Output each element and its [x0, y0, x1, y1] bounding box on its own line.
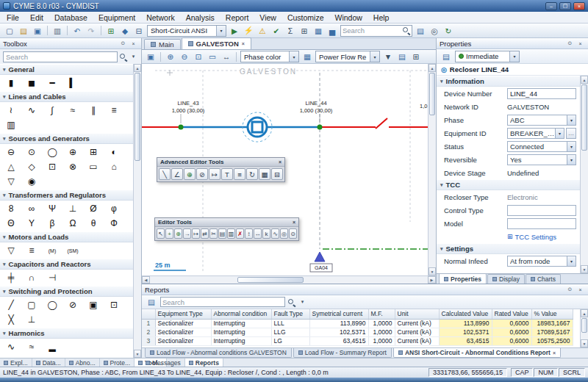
field-select[interactable]: At from node▾	[507, 256, 576, 267]
report-scrollbar[interactable]: ▲ ▼	[580, 309, 588, 347]
menu-customize[interactable]: Customize	[282, 13, 329, 22]
photovoltaic-icon[interactable]: ⊞	[85, 145, 101, 159]
scroll-up-icon[interactable]: ▲	[429, 64, 436, 72]
scroll-down-icon[interactable]: ▼	[581, 265, 588, 273]
copy-icon[interactable]: ▤	[218, 228, 226, 239]
shed-icon[interactable]: ⌂	[106, 160, 122, 173]
network-equivalent-icon[interactable]: ▭	[85, 160, 101, 173]
series-reactor-icon[interactable]: ∩	[24, 271, 40, 284]
tab-abno[interactable]: Abno...	[65, 358, 100, 367]
column-header-unit[interactable]: Unit	[395, 309, 439, 319]
delete-icon[interactable]: ✗	[236, 228, 244, 239]
network-explorer-icon[interactable]: ⊞	[104, 25, 118, 37]
ltc-transformer-icon[interactable]: Ω	[65, 217, 81, 230]
node-marker[interactable]	[315, 252, 325, 262]
scroll-up-icon[interactable]: ▲	[134, 64, 141, 72]
tab-ansi-short-circuit-abnormal-conditions-report[interactable]: ANSI Short-Circuit - Abnormal Conditions…	[393, 348, 561, 358]
scroll-up-icon[interactable]: ▲	[581, 76, 588, 84]
toolbox-section-transformers-and-regulators[interactable]: ▾Transformers and Regulators	[0, 190, 133, 201]
layers-icon[interactable]: ▤	[414, 25, 427, 37]
toolbox-section-general[interactable]: ▾General	[0, 64, 133, 75]
induction-motor-icon[interactable]: (M)	[44, 244, 60, 257]
scroll-down-icon[interactable]: ▼	[581, 339, 588, 347]
close-icon[interactable]: ×	[287, 220, 295, 225]
tab-load-flow-abnormal-conditions-galveston[interactable]: Load Flow - Abnormal conditions GALVESTO…	[145, 348, 292, 358]
close-icon[interactable]: ×	[129, 40, 138, 48]
cut-icon[interactable]: ✂	[209, 228, 218, 239]
ground-switch-icon[interactable]: ⊥	[24, 313, 40, 326]
save-icon[interactable]: ▣	[31, 25, 44, 37]
filter-icon[interactable]: ▾	[298, 298, 307, 306]
toolbox-section-lines-and-cables[interactable]: ▾Lines and Cables	[0, 91, 133, 102]
menu-network[interactable]: Network	[141, 13, 180, 22]
phase-shifter-icon[interactable]: Ø	[85, 202, 101, 215]
global-search[interactable]	[340, 25, 412, 37]
column-header-equipment-type[interactable]: Equipment Type	[155, 309, 211, 319]
scrollbar-thumb[interactable]	[581, 318, 587, 333]
insert-node-icon[interactable]: ⊕	[184, 168, 196, 180]
warning-icon[interactable]: ⚠	[256, 25, 269, 37]
toolbox-section-switching-and-protection[interactable]: ▾Switching and Protection	[0, 286, 133, 297]
open-switch[interactable]	[376, 118, 387, 129]
pan-icon[interactable]: ↔	[220, 51, 233, 62]
save-view-icon[interactable]: ▣	[144, 51, 157, 62]
zoom-in-icon[interactable]: ⊕	[164, 51, 177, 62]
equivalent-source-icon[interactable]: ⊙	[24, 145, 40, 159]
tab-galveston[interactable]: GALVESTON×	[182, 37, 251, 49]
field-select[interactable]: BREAKER_12.47KV▾	[507, 128, 564, 139]
tcc-settings-link[interactable]: TCC Settings	[515, 233, 557, 241]
menu-view[interactable]: View	[254, 13, 282, 22]
layers-icon[interactable]: ▤	[440, 51, 453, 62]
tab-reports[interactable]: Reports	[185, 358, 223, 367]
tab-expl[interactable]: Expl...	[0, 358, 32, 367]
line-by-phase-icon[interactable]: ∫	[44, 104, 60, 117]
regulator-icon[interactable]: φ	[106, 202, 122, 215]
layers-icon[interactable]: ⊟	[271, 168, 283, 180]
draw-polyline-icon[interactable]: ∠	[171, 168, 183, 180]
tab-data[interactable]: Data...	[32, 358, 65, 367]
connect-icon[interactable]: ↦	[192, 228, 200, 239]
sectionalizer-icon[interactable]: ▣	[85, 298, 101, 311]
section-information[interactable]: ▾Information	[437, 76, 580, 87]
text-label-icon[interactable]: T	[221, 168, 233, 180]
synchronous-generator-icon[interactable]: ⊕	[65, 145, 81, 159]
tab-load-flow-summary-report[interactable]: Load Flow - Summary Report	[293, 348, 392, 358]
sum-icon[interactable]: Σ	[284, 25, 297, 37]
scrollbar-thumb[interactable]	[581, 84, 587, 151]
field-select[interactable]: ABC▾	[507, 115, 576, 126]
spectrum-icon[interactable]: ▂	[44, 340, 60, 353]
refresh-icon[interactable]: ↻	[442, 25, 455, 37]
breaker-icon[interactable]: ▢	[24, 298, 40, 311]
split-section-icon[interactable]: ⊘	[196, 168, 208, 180]
column-header-abnormal-condition[interactable]: Abnormal condition	[211, 309, 271, 319]
search-icon[interactable]	[287, 298, 295, 306]
synchronous-motor-icon[interactable]: (SM)	[65, 244, 81, 257]
trace-icon[interactable]: ∿	[271, 228, 279, 239]
wye-transformer-icon[interactable]: Υ	[24, 217, 40, 230]
table-row[interactable]: 2SectionalizerInterruptingLLG102,53711,0…	[142, 328, 573, 336]
ellipsis-button[interactable]: …	[566, 128, 576, 139]
table-row[interactable]: 1SectionalizerInterruptingLLL113,89901,0…	[142, 319, 573, 328]
source-icon[interactable]: ⊖	[3, 145, 19, 159]
scroll-down-icon[interactable]: ▼	[429, 267, 436, 275]
toolbox-section-sources-and-generators[interactable]: ▾Sources and Generators	[0, 133, 133, 144]
search-icon[interactable]	[402, 26, 410, 35]
grid-icon[interactable]: ⊞	[409, 51, 423, 62]
column-header-calculated-value[interactable]: Calculated Value	[439, 309, 492, 319]
rotate-icon[interactable]: ↻	[246, 168, 258, 180]
column-header-value[interactable]: % Value	[531, 309, 573, 319]
align-icon[interactable]: ≡	[234, 168, 245, 180]
close-icon[interactable]: ×	[553, 350, 556, 356]
fuse-icon[interactable]: ⊘	[65, 298, 81, 311]
drawing-canvas[interactable]: GALVESTON	[142, 64, 436, 275]
wind-generator-icon[interactable]: △	[3, 160, 19, 173]
section-settings[interactable]: ▾Settings	[437, 243, 580, 254]
field-input[interactable]	[507, 205, 576, 216]
calculator-icon[interactable]: ⊞	[298, 25, 311, 37]
filter-icon[interactable]: ▾	[129, 53, 138, 61]
options-icon[interactable]: ⊙	[289, 228, 297, 239]
toolbox-search-input[interactable]	[3, 51, 118, 62]
scrollbar-thumb[interactable]	[429, 73, 435, 115]
tab-display[interactable]: Display	[487, 274, 525, 284]
menu-help[interactable]: Help	[368, 13, 395, 22]
